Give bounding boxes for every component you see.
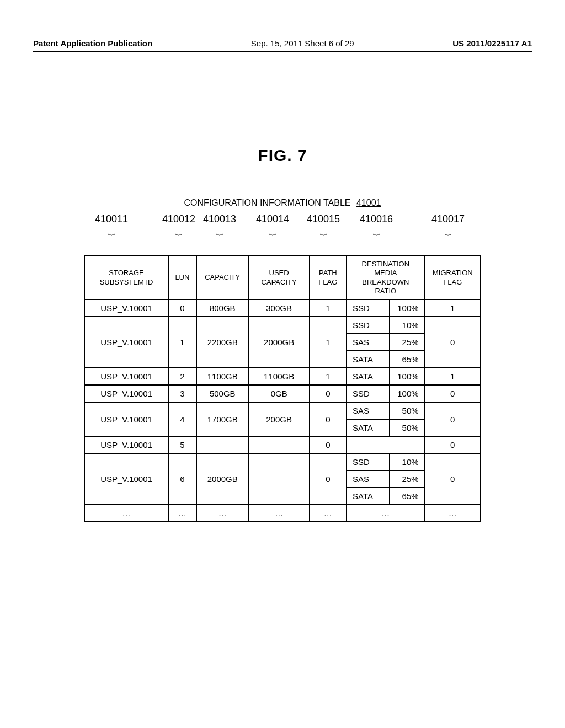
cell-path: 1 — [310, 368, 347, 385]
cell-lun: 4 — [168, 402, 196, 436]
media-name: SATA — [347, 488, 390, 504]
media-percent: 65% — [390, 351, 424, 367]
col-ref-5: 410016⏟ — [360, 213, 393, 233]
cell-migration: 1 — [425, 299, 481, 317]
cell-media: SSD100% — [347, 299, 424, 317]
media-name: SSD — [347, 386, 390, 402]
table-body: USP_V.100010800GB300GB1SSD100%1USP_V.100… — [84, 299, 481, 522]
cell-storage: USP_V.10001 — [84, 402, 168, 436]
media-percent: 25% — [390, 334, 424, 351]
table-row: USP_V.1000141700GB200GB0SAS50%SATA50%0 — [84, 402, 481, 436]
column-reference-numbers: 410011⏟ 410012⏟ 410013⏟ 410014⏟ 410015⏟ … — [84, 213, 481, 233]
figure-title: FIG. 7 — [33, 146, 532, 165]
col-header-lun: LUN — [168, 256, 196, 299]
cell-storage: USP_V.10001 — [84, 385, 168, 402]
cell-capacity: – — [196, 436, 249, 453]
media-percent: 50% — [390, 419, 424, 436]
media-percent: 65% — [390, 488, 424, 504]
cell-path: 0 — [310, 385, 347, 402]
cell-used: 0GB — [249, 385, 310, 402]
cell-media: SATA100% — [347, 368, 424, 385]
cell-capacity: 2200GB — [196, 317, 249, 368]
cell-media: – — [347, 436, 424, 453]
cell-migration: … — [425, 505, 481, 522]
col-header-capacity: CAPACITY — [196, 256, 249, 299]
header-right: US 2011/0225117 A1 — [452, 39, 532, 48]
col-ref-3: 410014⏟ — [256, 213, 289, 233]
cell-lun: 3 — [168, 385, 196, 402]
cell-storage: USP_V.10001 — [84, 299, 168, 317]
col-ref-4: 410015⏟ — [307, 213, 340, 233]
media-name: … — [347, 505, 424, 521]
cell-path: 0 — [310, 436, 347, 453]
cell-path: 0 — [310, 453, 347, 505]
cell-storage: … — [84, 505, 168, 522]
media-name: SATA — [347, 351, 390, 367]
cell-used: 300GB — [249, 299, 310, 317]
table-row: USP_V.1000162000GB–0SSD10%SAS25%SATA65%0 — [84, 453, 481, 505]
cell-lun: 5 — [168, 436, 196, 453]
media-percent: 100% — [390, 368, 424, 384]
table-row: USP_V.1000121100GB1100GB1SATA100%1 — [84, 368, 481, 385]
cell-media: SSD10%SAS25%SATA65% — [347, 453, 424, 505]
cell-migration: 0 — [425, 385, 481, 402]
table-row: USP_V.100013500GB0GB0SSD100%0 — [84, 385, 481, 402]
table-caption: CONFIGURATION INFORMATION TABLE 41001 — [33, 198, 532, 208]
col-ref-1: 410012⏟ — [162, 213, 195, 233]
cell-used: … — [249, 505, 310, 522]
cell-used: – — [249, 453, 310, 505]
cell-used: 1100GB — [249, 368, 310, 385]
cell-capacity: 800GB — [196, 299, 249, 317]
cell-migration: 1 — [425, 368, 481, 385]
table-row: USP_V.100015––0–0 — [84, 436, 481, 453]
col-ref-2: 410013⏟ — [203, 213, 236, 233]
cell-capacity: 2000GB — [196, 453, 249, 505]
cell-lun: 2 — [168, 368, 196, 385]
media-name: SSD — [347, 300, 390, 316]
cell-migration: 0 — [425, 317, 481, 368]
cell-capacity: … — [196, 505, 249, 522]
media-percent: 100% — [390, 386, 424, 402]
page-header: Patent Application Publication Sep. 15, … — [33, 39, 532, 52]
header-left: Patent Application Publication — [33, 39, 152, 48]
media-name: SSD — [347, 454, 390, 470]
media-name: SATA — [347, 368, 390, 384]
cell-storage: USP_V.10001 — [84, 317, 168, 368]
cell-storage: USP_V.10001 — [84, 453, 168, 505]
cell-migration: 0 — [425, 453, 481, 505]
cell-path: 1 — [310, 317, 347, 368]
cell-capacity: 500GB — [196, 385, 249, 402]
cell-media: SSD10%SAS25%SATA65% — [347, 317, 424, 368]
cell-lun: 6 — [168, 453, 196, 505]
cell-used: 200GB — [249, 402, 310, 436]
col-header-dest: DESTINATION MEDIA BREAKDOWN RATIO — [347, 256, 424, 299]
cell-used: – — [249, 436, 310, 453]
media-name: SAS — [347, 470, 390, 488]
caption-ref: 41001 — [356, 198, 381, 207]
media-name: SAS — [347, 403, 390, 419]
cell-media: … — [347, 505, 424, 522]
media-percent: 50% — [390, 403, 424, 419]
media-percent: 10% — [390, 454, 424, 470]
col-ref-0: 410011⏟ — [95, 213, 128, 233]
media-name: – — [347, 437, 424, 453]
col-header-storage: STORAGE SUBSYSTEM ID — [84, 256, 168, 299]
cell-lun: 1 — [168, 317, 196, 368]
cell-used: 2000GB — [249, 317, 310, 368]
cell-media: SSD100% — [347, 385, 424, 402]
header-center: Sep. 15, 2011 Sheet 6 of 29 — [251, 39, 354, 48]
cell-lun: … — [168, 505, 196, 522]
cell-lun: 0 — [168, 299, 196, 317]
cell-storage: USP_V.10001 — [84, 436, 168, 453]
col-ref-6: 410017⏟ — [431, 213, 465, 233]
table-header-row: STORAGE SUBSYSTEM ID LUN CAPACITY USED C… — [84, 256, 481, 299]
media-name: SAS — [347, 334, 390, 351]
cell-media: SAS50%SATA50% — [347, 402, 424, 436]
table-row: USP_V.1000112200GB2000GB1SSD10%SAS25%SAT… — [84, 317, 481, 368]
cell-path: 0 — [310, 402, 347, 436]
cell-storage: USP_V.10001 — [84, 368, 168, 385]
media-name: SSD — [347, 317, 390, 334]
media-percent: 25% — [390, 470, 424, 488]
configuration-table: STORAGE SUBSYSTEM ID LUN CAPACITY USED C… — [84, 255, 481, 522]
media-percent: 100% — [390, 300, 424, 316]
